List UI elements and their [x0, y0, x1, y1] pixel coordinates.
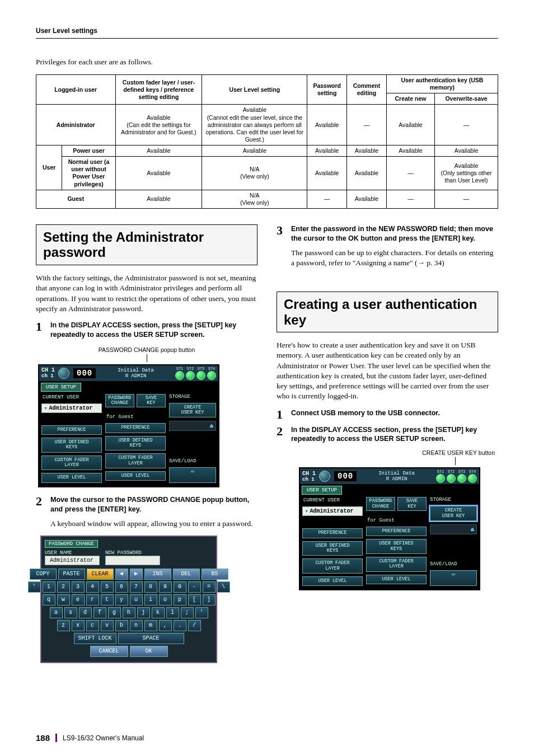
user-defined-keys-button[interactable]: USER DEFINED KEYS: [302, 541, 363, 556]
password-change-button[interactable]: PASSWORD CHANGE: [366, 497, 395, 511]
kbd-key[interactable]: n: [130, 620, 143, 631]
kbd-right-arrow[interactable]: ►: [130, 569, 143, 580]
kbd-key[interactable]: p: [174, 594, 186, 605]
kbd-key[interactable]: 5: [101, 581, 114, 593]
preference-guest-button[interactable]: PREFERENCE: [366, 527, 427, 536]
lcd-user-field[interactable]: ▾Administrator: [41, 403, 102, 413]
keyboard-popup: PASSWORD CHANGE USER NAME Administrator …: [40, 536, 217, 663]
user-level-button[interactable]: USER LEVEL: [302, 576, 363, 586]
kbd-key[interactable]: 1: [43, 581, 55, 593]
kbd-shift-lock[interactable]: SHIFT LOCK: [74, 633, 116, 644]
kbd-key[interactable]: u: [130, 594, 143, 605]
kbd-key[interactable]: m: [144, 620, 157, 631]
kbd-key[interactable]: ': [195, 607, 208, 618]
kbd-copy[interactable]: COPY: [30, 569, 57, 580]
kbd-key[interactable]: -: [188, 581, 201, 593]
kbd-key[interactable]: a: [50, 607, 63, 618]
kbd-key[interactable]: [: [188, 594, 201, 605]
password-change-button[interactable]: PASSWORD CHANGE: [105, 394, 134, 408]
table-row: User Power user Available Available Avai…: [36, 145, 498, 157]
preference-button[interactable]: PREFERENCE: [41, 425, 102, 435]
custom-fader-layer-button[interactable]: CUSTOM FADER LAYER: [41, 456, 102, 471]
lcd-channel-sub: ch 1: [302, 477, 316, 482]
kbd-clear[interactable]: CLEAR: [87, 569, 114, 580]
kbd-key[interactable]: 9: [159, 581, 172, 593]
kbd-key[interactable]: z: [57, 620, 70, 631]
kbd-key[interactable]: v: [101, 620, 114, 631]
kbd-key[interactable]: 4: [86, 581, 99, 593]
custom-fader-layer-guest-button[interactable]: CUSTOM FADER LAYER: [105, 453, 166, 468]
kbd-key[interactable]: t: [101, 594, 114, 605]
save-load-button[interactable]: ▭: [430, 570, 477, 586]
preference-guest-button[interactable]: PREFERENCE: [105, 423, 166, 433]
kbd-key[interactable]: k: [152, 607, 165, 618]
th-overwrite: Overwrite-save: [435, 93, 498, 105]
create-user-key-button[interactable]: CREATE USER KEY: [169, 403, 216, 418]
kbd-key[interactable]: 7: [130, 581, 143, 593]
kbd-key[interactable]: e: [72, 594, 85, 605]
kbd-key[interactable]: d: [79, 607, 92, 618]
preference-button[interactable]: PREFERENCE: [302, 528, 363, 538]
lcd-user-field[interactable]: ▾Administrator: [302, 506, 363, 516]
kbd-bs[interactable]: BS: [202, 569, 228, 580]
custom-fader-layer-guest-button[interactable]: CUSTOM FADER LAYER: [366, 557, 427, 572]
sec2-para: Here's how to create a user authenticati…: [277, 340, 498, 401]
kbd-key[interactable]: /: [188, 620, 201, 631]
save-load-button[interactable]: ▭: [169, 467, 216, 483]
create-user-key-button[interactable]: CREATE USER KEY: [430, 506, 477, 521]
knob-icon: [319, 471, 330, 482]
kbd-cancel[interactable]: CANCEL: [90, 646, 128, 657]
kbd-key[interactable]: r: [86, 594, 99, 605]
kbd-key[interactable]: 8: [144, 581, 157, 593]
kbd-key[interactable]: 3: [72, 581, 85, 593]
lcd-tab-user-setup[interactable]: USER SETUP: [41, 383, 81, 392]
lcd-tab-user-setup[interactable]: USER SETUP: [302, 486, 342, 495]
user-defined-keys-guest-button[interactable]: USER DEFINED KEYS: [105, 436, 166, 451]
kbd-key[interactable]: i: [144, 594, 157, 605]
kbd-key[interactable]: =: [203, 581, 216, 593]
user-defined-keys-guest-button[interactable]: USER DEFINED KEYS: [366, 539, 427, 554]
kbd-ins[interactable]: INS: [144, 569, 171, 580]
kbd-key[interactable]: q: [43, 594, 55, 605]
kbd-left-arrow[interactable]: ◄: [115, 569, 128, 580]
kbd-key[interactable]: l: [166, 607, 179, 618]
kbd-key[interactable]: c: [86, 620, 99, 631]
callout-line: [147, 354, 147, 362]
th-comment: Comment editing: [347, 75, 387, 105]
kbd-key[interactable]: f: [93, 607, 106, 618]
kbd-key[interactable]: j: [137, 607, 150, 618]
kbd-key[interactable]: w: [57, 594, 70, 605]
save-key-button[interactable]: SAVE KEY: [397, 497, 427, 511]
kbd-key[interactable]: g: [108, 607, 121, 618]
kbd-key[interactable]: b: [115, 620, 128, 631]
kbd-paste[interactable]: PASTE: [58, 569, 85, 580]
lcd-user-indicator: R ADMIN: [360, 476, 433, 482]
user-level-button[interactable]: USER LEVEL: [41, 473, 102, 482]
kbd-key[interactable]: ]: [203, 594, 216, 605]
kbd-key[interactable]: 2: [57, 581, 70, 593]
kbd-key[interactable]: h: [123, 607, 135, 618]
kbd-key[interactable]: y: [115, 594, 128, 605]
user-defined-keys-button[interactable]: USER DEFINED KEYS: [41, 438, 102, 453]
save-key-button[interactable]: SAVE KEY: [137, 394, 166, 408]
kbd-key[interactable]: ,: [159, 620, 172, 631]
kbd-key[interactable]: 0: [174, 581, 186, 593]
kbd-ok[interactable]: OK: [130, 646, 168, 657]
kbd-key[interactable]: o: [159, 594, 172, 605]
lcd-user-setup-screen: CH 1 ch 1 000 Initial Data R ADMIN ST1: [299, 467, 480, 590]
kbd-space[interactable]: SPACE: [118, 633, 184, 644]
custom-fader-layer-button[interactable]: CUSTOM FADER LAYER: [302, 558, 363, 574]
kbd-newpw-field[interactable]: [105, 556, 160, 565]
user-level-guest-button[interactable]: USER LEVEL: [366, 575, 427, 584]
kbd-key[interactable]: x: [72, 620, 85, 631]
kbd-key[interactable]: \: [217, 581, 230, 593]
usb-slot-icon: ⏏: [169, 421, 216, 431]
kbd-key[interactable]: s: [64, 607, 77, 618]
kbd-key[interactable]: ': [28, 581, 41, 593]
user-level-guest-button[interactable]: USER LEVEL: [105, 471, 166, 481]
kbd-key[interactable]: 6: [115, 581, 128, 593]
kbd-username-value: Administrator: [45, 556, 100, 565]
kbd-key[interactable]: .: [174, 620, 186, 631]
kbd-del[interactable]: DEL: [173, 569, 200, 580]
kbd-key[interactable]: ;: [181, 607, 194, 618]
